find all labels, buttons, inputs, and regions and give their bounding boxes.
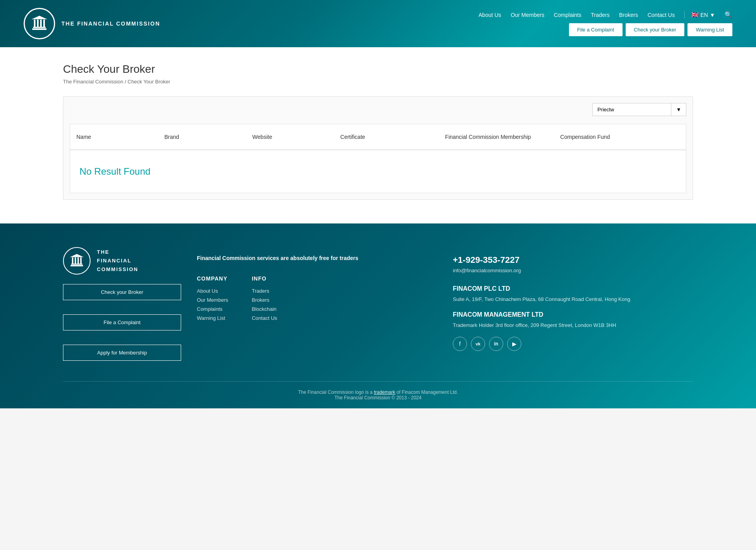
footer-bottom-text1: The Financial Commission logo is a	[298, 389, 372, 395]
footer-file-complaint-button[interactable]: File a Complaint	[63, 314, 181, 330]
linkedin-icon[interactable]: in	[489, 337, 503, 351]
search-input-wrapper: ▼	[592, 103, 686, 116]
col-website: Website	[246, 131, 334, 143]
footer-members-link[interactable]: Our Members	[197, 297, 228, 303]
footer-middle-area: Financial Commission services are absolu…	[197, 247, 437, 365]
footer-warning-link[interactable]: Warning List	[197, 315, 228, 321]
footer-right: +1-929-353-7227 info@financialcommission…	[453, 247, 693, 365]
warning-list-button[interactable]: Warning List	[687, 23, 732, 36]
svg-marker-6	[32, 16, 47, 19]
nav-buttons: File a Complaint Check your Broker Warni…	[569, 23, 732, 36]
svg-rect-11	[78, 257, 79, 264]
svg-rect-12	[80, 257, 82, 264]
language-label: EN	[700, 12, 708, 18]
nav-contact[interactable]: Contact Us	[647, 12, 674, 18]
footer: THE FINANCIAL COMMISSION Check your Brok…	[0, 223, 756, 408]
col-certificate: Certificate	[334, 131, 422, 143]
social-icons: f vk in ▶	[453, 337, 693, 351]
footer-copyright: The Financial Commission © 2013 - 2024	[335, 395, 422, 401]
footer-apply-membership-button[interactable]: Apply for Membership	[63, 345, 181, 361]
svg-rect-7	[70, 265, 83, 267]
col-compensation: Compensation Fund	[554, 131, 686, 143]
footer-logo-row: THE FINANCIAL COMMISSION	[63, 247, 181, 275]
nav-members[interactable]: Our Members	[511, 12, 545, 18]
footer-temple-svg	[69, 253, 85, 269]
footer-blockchain-link[interactable]: Blockchain	[252, 306, 277, 312]
col-name: Name	[70, 131, 158, 143]
nav-traders[interactable]: Traders	[591, 12, 610, 18]
main-content: ▼ Name Brand Website Certificate Financi…	[0, 96, 756, 223]
footer-brokers-link[interactable]: Brokers	[252, 297, 277, 303]
svg-rect-0	[32, 28, 46, 30]
svg-rect-3	[37, 20, 39, 27]
table-header: Name Brand Website Certificate Financial…	[70, 124, 686, 150]
footer-bottom: The Financial Commission logo is a trade…	[63, 381, 693, 408]
footer-info-col: INFO Traders Brokers Blockchain Contact …	[252, 275, 277, 324]
search-bar: ▼	[70, 103, 686, 116]
nav-top: About Us Our Members Complaints Traders …	[478, 11, 732, 18]
footer-trademark-link[interactable]: trademark	[374, 389, 395, 395]
svg-marker-13	[70, 254, 84, 257]
facebook-icon[interactable]: f	[453, 337, 467, 351]
company-col-heading: COMPANY	[197, 275, 228, 282]
logo-icon	[24, 8, 55, 39]
nav-area: About Us Our Members Complaints Traders …	[478, 11, 732, 36]
no-result-message: No Result Found	[70, 150, 686, 193]
footer-email: info@financialcommission.org	[453, 268, 693, 273]
search-icon[interactable]: 🔍	[724, 11, 732, 18]
footer-traders-link[interactable]: Traders	[252, 288, 277, 294]
logo-area: THE FINANCIAL COMMISSION	[24, 8, 160, 39]
lang-chevron-icon: ▼	[710, 12, 715, 18]
col-membership: Financial Commission Membership	[422, 131, 554, 143]
finacom-plc-name: FINACOM PLC LTD	[453, 285, 693, 292]
svg-rect-8	[71, 264, 82, 265]
svg-rect-2	[34, 20, 35, 27]
flag-icon: 🇬🇧	[691, 11, 699, 18]
nav-brokers[interactable]: Brokers	[619, 12, 638, 18]
svg-rect-5	[43, 20, 45, 27]
search-table-container: ▼ Name Brand Website Certificate Financi…	[63, 96, 693, 200]
breadcrumb-section: Check Your Broker The Financial Commissi…	[0, 47, 756, 96]
logo-text: THE FINANCIAL COMMISSION	[61, 19, 160, 28]
info-col-heading: INFO	[252, 275, 277, 282]
breadcrumb: The Financial Commission / Check Your Br…	[63, 79, 693, 85]
footer-phone: +1-929-353-7227	[453, 255, 693, 265]
finacom-mgmt-address: Trademark Holder 3rd floor office, 209 R…	[453, 321, 693, 329]
col-brand: Brand	[158, 131, 246, 143]
finacom-plc-address: Suite A, 19/F, Two Chinachem Plaza, 68 C…	[453, 295, 693, 303]
footer-logo-text: THE FINANCIAL COMMISSION	[97, 248, 138, 274]
vk-icon[interactable]: vk	[471, 337, 485, 351]
footer-about-link[interactable]: About Us	[197, 288, 228, 294]
youtube-icon[interactable]: ▶	[507, 337, 521, 351]
search-input[interactable]	[592, 103, 671, 116]
check-broker-button[interactable]: Check your Broker	[626, 23, 685, 36]
footer-complaints-link[interactable]: Complaints	[197, 306, 228, 312]
footer-check-broker-button[interactable]: Check your Broker	[63, 284, 181, 300]
svg-rect-1	[33, 27, 46, 28]
results-table: Name Brand Website Certificate Financial…	[70, 124, 686, 193]
finacom-mgmt-name: FINACOM MANAGEMENT LTD	[453, 311, 693, 318]
footer-top: THE FINANCIAL COMMISSION Check your Brok…	[63, 247, 693, 381]
footer-contact-link[interactable]: Contact Us	[252, 315, 277, 321]
footer-logo-icon	[63, 247, 91, 275]
footer-tagline: Financial Commission services are absolu…	[197, 247, 437, 261]
temple-logo-svg	[30, 14, 49, 33]
svg-rect-9	[72, 257, 74, 264]
page-title: Check Your Broker	[63, 63, 693, 76]
language-selector[interactable]: 🇬🇧 EN ▼	[684, 11, 715, 18]
footer-nav-cols: COMPANY About Us Our Members Complaints …	[197, 268, 437, 324]
footer-logo-area: THE FINANCIAL COMMISSION Check your Brok…	[63, 247, 181, 365]
svg-rect-4	[40, 20, 42, 27]
footer-company-col: COMPANY About Us Our Members Complaints …	[197, 275, 228, 324]
footer-bottom-text2: of Finacom Management Ltd.	[397, 389, 458, 395]
nav-about[interactable]: About Us	[478, 12, 501, 18]
nav-complaints[interactable]: Complaints	[554, 12, 581, 18]
svg-rect-10	[75, 257, 76, 264]
search-dropdown-button[interactable]: ▼	[671, 103, 686, 116]
header: THE FINANCIAL COMMISSION About Us Our Me…	[0, 0, 756, 47]
file-complaint-button[interactable]: File a Complaint	[569, 23, 623, 36]
